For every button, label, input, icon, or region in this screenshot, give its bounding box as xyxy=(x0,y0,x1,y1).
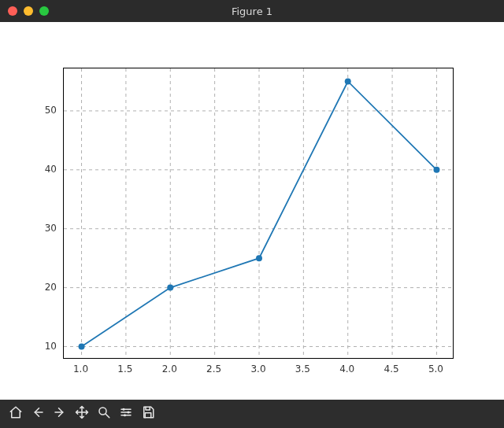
svg-point-22 xyxy=(124,414,126,416)
nav-toolbar xyxy=(0,400,504,428)
zoom-button[interactable] xyxy=(93,403,115,425)
figure-window: Figure 1 1.01.52.02.53.03.54.04.55.01020… xyxy=(0,0,504,428)
move-icon xyxy=(75,405,89,422)
save-icon xyxy=(141,405,155,422)
sliders-icon xyxy=(119,405,133,422)
arrow-right-icon xyxy=(53,405,67,422)
x-tick-label: 5.0 xyxy=(428,363,443,374)
y-tick-label: 10 xyxy=(45,341,57,352)
x-tick-label: 3.5 xyxy=(295,363,310,374)
x-tick-label: 4.0 xyxy=(339,363,354,374)
svg-point-18 xyxy=(433,167,439,173)
y-tick-label: 30 xyxy=(45,223,57,234)
home-button[interactable] xyxy=(5,403,27,425)
x-tick-label: 2.0 xyxy=(162,363,177,374)
svg-point-16 xyxy=(256,255,262,261)
x-tick-label: 1.0 xyxy=(73,363,88,374)
arrow-left-icon xyxy=(31,405,45,422)
window-title: Figure 1 xyxy=(0,6,504,17)
close-icon[interactable] xyxy=(8,6,17,16)
svg-point-17 xyxy=(345,78,351,84)
zoom-icon xyxy=(97,405,111,422)
svg-point-20 xyxy=(123,408,125,411)
y-tick-label: 20 xyxy=(45,282,57,293)
pan-button[interactable] xyxy=(71,403,93,425)
back-button[interactable] xyxy=(27,403,49,425)
axes xyxy=(63,68,454,359)
configure-button[interactable] xyxy=(115,403,137,425)
figure-canvas[interactable]: 1.01.52.02.53.03.54.04.55.01020304050 xyxy=(0,22,504,400)
svg-point-14 xyxy=(79,344,85,350)
x-tick-label: 2.5 xyxy=(206,363,221,374)
minimize-icon[interactable] xyxy=(24,6,33,16)
x-tick-label: 1.5 xyxy=(117,363,132,374)
y-tick-label: 40 xyxy=(45,164,57,175)
svg-point-15 xyxy=(167,285,173,291)
svg-point-19 xyxy=(99,408,106,415)
window-controls xyxy=(8,6,49,16)
forward-button[interactable] xyxy=(49,403,71,425)
maximize-icon[interactable] xyxy=(39,6,49,16)
save-button[interactable] xyxy=(137,403,159,425)
svg-point-21 xyxy=(128,411,130,414)
x-tick-label: 3.0 xyxy=(250,363,265,374)
y-tick-label: 50 xyxy=(45,105,57,116)
home-icon xyxy=(9,405,23,422)
x-tick-label: 4.5 xyxy=(384,363,399,374)
title-bar: Figure 1 xyxy=(0,0,504,22)
